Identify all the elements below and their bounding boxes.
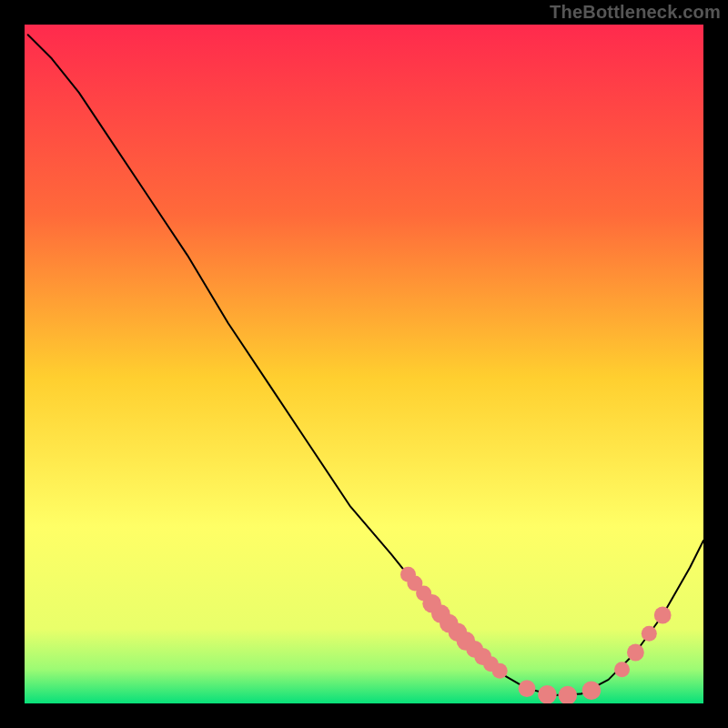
chart-frame: TheBottleneck.com — [0, 0, 728, 728]
attribution-text: TheBottleneck.com — [550, 2, 721, 23]
chart-svg — [25, 25, 703, 703]
data-marker — [642, 626, 657, 642]
data-marker — [582, 682, 602, 701]
data-marker — [654, 607, 672, 624]
plot-area — [25, 25, 703, 703]
data-marker — [614, 662, 630, 677]
data-marker — [627, 644, 644, 662]
data-marker — [538, 685, 557, 703]
gradient-background — [25, 25, 703, 703]
data-marker — [492, 663, 508, 679]
data-marker — [519, 680, 536, 697]
